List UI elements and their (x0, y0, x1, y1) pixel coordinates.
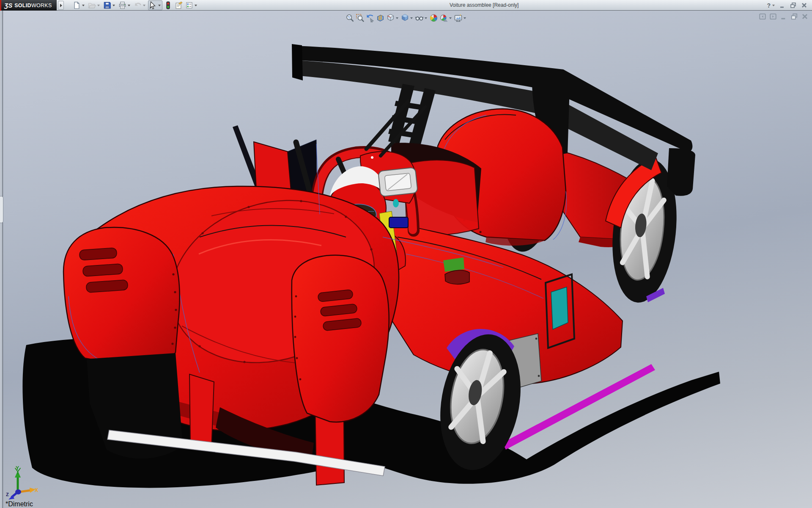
view-orientation-label: *Dimetric (5, 500, 33, 508)
zoom-to-fit-button[interactable] (345, 13, 355, 23)
wing-endplate (667, 148, 695, 196)
rebuild-button[interactable] (163, 0, 173, 10)
triad-z-label: Z (6, 492, 9, 497)
dropdown-arrow-icon[interactable] (157, 1, 162, 9)
edit-appearance-icon (429, 14, 438, 22)
apply-scene-icon (439, 14, 448, 22)
graphics-viewport[interactable]: X Y Z *Dimetric (0, 11, 812, 508)
feature-panel-edge[interactable] (0, 11, 3, 508)
dropdown-arrow-icon[interactable] (126, 1, 131, 9)
window-minimize-button[interactable] (779, 2, 786, 9)
select-button[interactable] (148, 0, 162, 10)
dropdown-arrow-icon[interactable] (81, 1, 85, 9)
view-orientation-icon (386, 14, 395, 22)
display-style-button[interactable] (400, 13, 414, 23)
file-properties-button[interactable] (174, 0, 184, 10)
help-icon: ? (767, 2, 771, 9)
doc-restore-icon (790, 14, 798, 22)
window-title: Voiture assomblee [Read-only] (450, 2, 518, 8)
collapse-left-button[interactable] (759, 13, 766, 20)
flyout-arrow-icon (60, 4, 62, 7)
options-button[interactable] (184, 0, 199, 10)
rebuild-icon (164, 1, 172, 9)
zoom-to-area-icon (356, 14, 365, 22)
apply-scene-button[interactable] (439, 13, 453, 23)
door-window (551, 287, 568, 329)
view-orientation-button[interactable] (386, 13, 400, 23)
open-button[interactable] (87, 0, 102, 10)
dropdown-arrow-icon[interactable] (193, 1, 198, 9)
triad-x-label: X (35, 487, 38, 493)
previous-view-button[interactable] (365, 13, 375, 23)
document-window-controls (759, 13, 809, 20)
file-properties-icon (175, 1, 183, 9)
hide-show-items-icon (415, 14, 424, 22)
dropdown-arrow-icon[interactable] (463, 17, 467, 19)
dropdown-arrow-icon[interactable] (96, 1, 101, 9)
select-icon (149, 1, 157, 9)
dropdown-arrow-icon[interactable] (142, 1, 146, 9)
zoom-to-area-button[interactable] (355, 13, 365, 23)
front-right-fender (292, 255, 389, 422)
triad-y-label: Y (16, 466, 19, 471)
orientation-triad: X Y Z (5, 466, 39, 501)
side-mirror (445, 270, 469, 284)
collapse-left-icon (759, 14, 766, 22)
view-settings-icon (454, 14, 463, 22)
dropdown-arrow-icon[interactable] (409, 17, 414, 19)
open-icon (88, 1, 96, 9)
collapse-right-icon (769, 14, 777, 22)
help-dropdown-icon[interactable] (772, 5, 775, 6)
window-close-button[interactable] (801, 2, 808, 9)
dropdown-arrow-icon[interactable] (111, 1, 116, 9)
rear-view-mirror (378, 167, 418, 196)
doc-minimize-button[interactable] (780, 13, 787, 20)
dropdown-arrow-icon[interactable] (395, 17, 399, 19)
window-controls: ? (767, 0, 808, 11)
doc-minimize-icon (780, 14, 787, 22)
main-toolbar (72, 0, 200, 11)
collapse-right-button[interactable] (769, 13, 777, 20)
undo-button[interactable] (133, 0, 147, 10)
edit-appearance-button[interactable] (429, 13, 439, 23)
save-button[interactable] (102, 0, 117, 10)
print-button[interactable] (118, 0, 132, 10)
new-document-icon (73, 1, 81, 9)
save-icon (103, 1, 111, 9)
title-bar: ƷS SOLIDWORKS (0, 0, 812, 11)
display-style-icon (401, 14, 409, 22)
undo-icon (134, 1, 142, 9)
car-3d-model (0, 11, 812, 508)
section-view-button[interactable] (376, 13, 385, 23)
belt-buckle (389, 217, 408, 228)
previous-view-icon (366, 14, 375, 22)
headsup-view-toolbar (343, 12, 469, 24)
solidworks-brand-text: SOLIDWORKS (14, 3, 52, 8)
feature-panel-expand-tab[interactable] (0, 196, 3, 223)
solidworks-logo-mark-icon: ƷS (4, 2, 12, 9)
doc-close-button[interactable] (801, 13, 809, 20)
doc-restore-button[interactable] (790, 13, 798, 20)
zoom-to-fit-icon (346, 14, 354, 22)
hide-show-items-button[interactable] (414, 13, 428, 23)
dropdown-arrow-icon[interactable] (448, 17, 453, 19)
help-button[interactable]: ? (767, 2, 775, 9)
doc-close-icon (801, 14, 809, 22)
section-view-icon (376, 14, 385, 22)
print-icon (118, 1, 126, 9)
dropdown-arrow-icon[interactable] (424, 17, 428, 19)
new-document-button[interactable] (72, 0, 86, 10)
window-restore-button[interactable] (790, 2, 797, 9)
options-icon (185, 1, 193, 9)
solidworks-logo: ƷS SOLIDWORKS (0, 0, 57, 11)
view-settings-button[interactable] (453, 13, 467, 23)
menu-flyout-button[interactable] (58, 1, 64, 10)
